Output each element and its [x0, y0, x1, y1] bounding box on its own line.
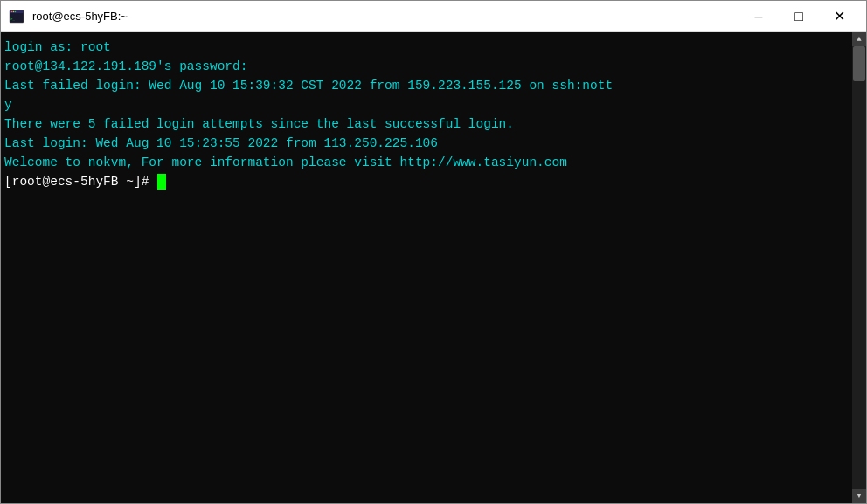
terminal-body[interactable]: login as: root root@134.122.191.189's pa… [1, 32, 866, 503]
window-controls: – □ ✕ [739, 1, 859, 32]
app-icon: >_ [8, 8, 25, 25]
terminal-prompt: [root@ecs-5hyFB ~]# [4, 175, 166, 189]
svg-point-3 [13, 10, 15, 12]
terminal-line-1: login as: root root@134.122.191.189's pa… [4, 40, 613, 169]
scroll-up-button[interactable]: ▲ [852, 32, 866, 46]
svg-point-4 [15, 10, 17, 12]
svg-text:>_: >_ [10, 17, 15, 21]
close-button[interactable]: ✕ [819, 1, 859, 32]
terminal-cursor [157, 174, 166, 190]
scroll-down-button[interactable]: ▼ [852, 489, 866, 503]
minimize-button[interactable]: – [739, 1, 779, 32]
scrollbar-thumb[interactable] [853, 46, 865, 81]
scrollbar-track[interactable] [852, 46, 866, 489]
title-bar: >_ root@ecs-5hyFB:~ – □ ✕ [1, 1, 866, 32]
svg-point-2 [11, 10, 13, 12]
terminal-output[interactable]: login as: root root@134.122.191.189's pa… [1, 32, 852, 503]
scrollbar[interactable]: ▲ ▼ [852, 32, 866, 503]
window-title: root@ecs-5hyFB:~ [32, 10, 739, 23]
maximize-button[interactable]: □ [779, 1, 819, 32]
terminal-window: >_ root@ecs-5hyFB:~ – □ ✕ login as: root… [0, 0, 867, 504]
